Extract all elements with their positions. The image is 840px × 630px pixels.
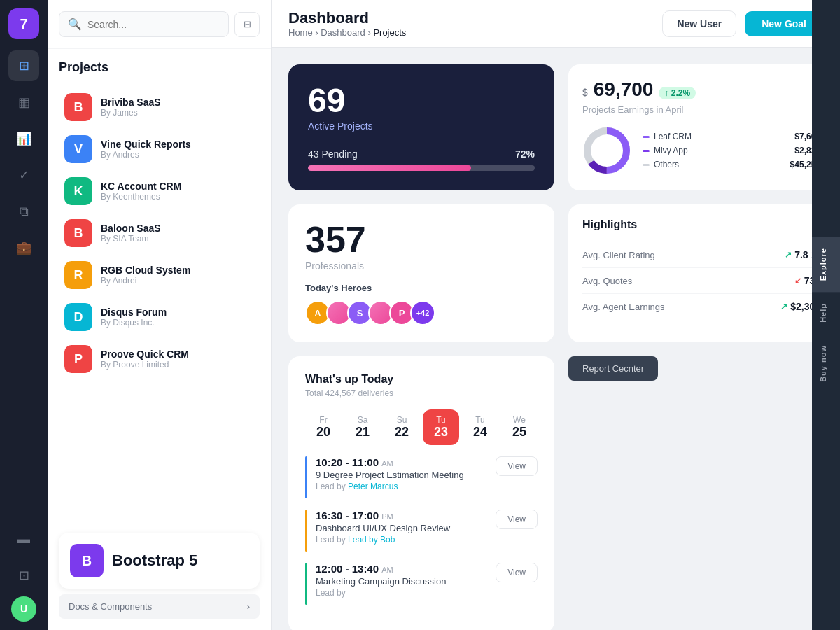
bootstrap-banner: B Bootstrap 5 [59, 533, 260, 589]
event-bar [305, 456, 307, 498]
active-projects-card: 69 Active Projects 43 Pending 72% [288, 64, 554, 190]
earnings-card: $ 69,700 ↑ 2.2% Projects Earnings in Apr… [568, 64, 834, 190]
main-content: Dashboard Home › Dashboard › Projects Ne… [272, 0, 840, 630]
heroes-label: Today's Heroes [305, 283, 538, 293]
legend-row: Others $45,257 [643, 160, 820, 169]
event-view-button[interactable]: View [496, 456, 538, 476]
heroes-section: Today's Heroes ASP+42 [305, 283, 538, 326]
active-projects-bottom: 43 Pending 72% [308, 148, 535, 171]
search-input-wrap[interactable]: 🔍 [59, 11, 229, 37]
earnings-subtitle: Projects Earnings in April [582, 104, 820, 115]
projects-list: B Briviba SaaS By James V Vine Quick Rep… [59, 86, 260, 380]
highlight-row: Avg. Client Rating ↗ 7.8 10 [582, 242, 820, 268]
search-icon: 🔍 [68, 18, 82, 31]
progress-bar-fill [308, 165, 471, 171]
dashboard-grid: 69 Active Projects 43 Pending 72% $ 69,7… [272, 48, 840, 630]
stats-card: 357 Professionals Today's Heroes ASP+42 [288, 204, 554, 342]
user-avatar[interactable]: U [11, 596, 36, 622]
highlights-card: Highlights Avg. Client Rating ↗ 7.8 10 A… [568, 204, 834, 342]
project-item[interactable]: K KC Account CRM By Keenthemes [59, 170, 260, 212]
pending-label: 43 Pending [308, 148, 358, 160]
event-lead-link[interactable]: Peter Marcus [348, 482, 398, 491]
calendar-day[interactable]: Fr20 [305, 410, 342, 445]
nav-icon-card[interactable]: ▬ [8, 524, 39, 554]
search-bar: 🔍 ⊟ [48, 0, 271, 49]
topbar: Dashboard Home › Dashboard › Projects Ne… [272, 0, 840, 48]
project-logo: B [64, 219, 92, 247]
nav-icon-check[interactable]: ✓ [8, 160, 39, 190]
new-user-button[interactable]: New User [662, 10, 736, 37]
nav-icon-bag[interactable]: 💼 [8, 232, 39, 263]
calendar-day[interactable]: We25 [501, 410, 538, 445]
project-logo: B [64, 93, 92, 121]
project-item[interactable]: B Briviba SaaS By James [59, 86, 260, 128]
earnings-badge: ↑ 2.2% [659, 87, 696, 99]
nav-icon-chart[interactable]: 📊 [8, 123, 39, 154]
nav-icon-grid[interactable]: ▦ [8, 87, 39, 118]
today-title: What's up Today [305, 373, 393, 386]
project-info: Disqus Forum By Disqus Inc. [101, 307, 167, 328]
earnings-chart-row: Leaf CRM $7,660 Mivy App $2,820 Others $… [582, 126, 820, 175]
calendar-day[interactable]: Su22 [384, 410, 420, 445]
legend-dot [643, 150, 650, 152]
chevron-right-icon: › [247, 601, 250, 612]
topbar-actions: New User New Goal [662, 10, 823, 37]
more-badge: +42 [410, 300, 435, 326]
calendar-day[interactable]: Sa21 [344, 410, 381, 445]
projects-title: Projects [59, 60, 260, 75]
calendar-day[interactable]: Tu23 [423, 410, 459, 445]
today-subtitle: Total 424,567 deliveries [305, 388, 538, 398]
project-item[interactable]: B Baloon SaaS By SIA Team [59, 212, 260, 254]
docs-button[interactable]: Docs & Components › [59, 594, 260, 619]
project-logo: P [64, 345, 92, 373]
left-panel: 🔍 ⊟ Projects B Briviba SaaS By James V V… [48, 0, 272, 630]
today-section: What's up Today Total 424,567 deliveries… [288, 356, 554, 630]
project-item[interactable]: V Vine Quick Reports By Andres [59, 128, 260, 170]
app-badge[interactable]: 7 [8, 8, 39, 39]
projects-section: Projects B Briviba SaaS By James V Vine … [48, 49, 271, 524]
project-logo: V [64, 135, 92, 163]
nav-icon-grid2[interactable]: ⊡ [8, 560, 39, 591]
project-info: Baloon SaaS By SIA Team [101, 223, 161, 244]
calendar-day[interactable]: Tu24 [462, 410, 498, 445]
event-lead-link[interactable]: Lead by Bob [348, 535, 395, 545]
nav-icon-layers[interactable]: ⧉ [8, 196, 39, 227]
page-title: Dashboard [288, 9, 406, 27]
nav-icon-dashboard[interactable]: ⊞ [8, 50, 39, 81]
event-view-button[interactable]: View [496, 563, 538, 582]
today-header: What's up Today [305, 373, 538, 386]
earnings-amount: 69,700 [594, 78, 654, 101]
project-info: RGB Cloud System By Andrei [101, 265, 190, 286]
legend-dot [643, 164, 650, 166]
project-item[interactable]: P Proove Quick CRM By Proove Limited [59, 338, 260, 380]
event-item: 12:00 - 13:40 AM Marketing Campaign Disc… [305, 563, 538, 605]
event-item: 10:20 - 11:00 AM 9 Degree Project Estima… [305, 456, 538, 498]
page-title-area: Dashboard Home › Dashboard › Projects [288, 9, 406, 38]
legend-row: Mivy App $2,820 [643, 146, 820, 155]
buy-now-tab[interactable]: Buy now [812, 334, 840, 393]
legend-dot [643, 136, 650, 138]
pending-percent: 72% [515, 148, 535, 160]
project-info: Vine Quick Reports By Andres [101, 139, 191, 160]
filter-button[interactable]: ⊟ [234, 12, 260, 37]
project-info: Briviba SaaS By James [101, 97, 161, 118]
search-input[interactable] [88, 19, 220, 30]
active-projects-label: Active Projects [308, 120, 535, 132]
calendar-row: Fr20Sa21Su22Tu23Tu24We25 [305, 410, 538, 445]
project-item[interactable]: R RGB Cloud System By Andrei [59, 254, 260, 296]
project-info: Proove Quick CRM By Proove Limited [101, 349, 189, 370]
right-spacer: Report Cecnter [568, 356, 834, 630]
stats-label: Professionals [305, 260, 538, 272]
project-logo: K [64, 177, 92, 205]
right-panel: Explore Help Buy now [812, 0, 840, 630]
event-bar [305, 510, 307, 552]
explore-tab[interactable]: Explore [812, 237, 840, 292]
event-view-button[interactable]: View [496, 510, 538, 529]
project-item[interactable]: D Disqus Forum By Disqus Inc. [59, 296, 260, 338]
sidebar-narrow: 7 ⊞ ▦ 📊 ✓ ⧉ 💼 ▬ ⊡ U [0, 0, 48, 630]
project-logo: D [64, 303, 92, 331]
help-tab[interactable]: Help [812, 292, 840, 334]
earnings-dollar: $ [582, 84, 588, 102]
bootstrap-title: Bootstrap 5 [112, 552, 197, 570]
report-center-button[interactable]: Report Cecnter [568, 356, 658, 381]
